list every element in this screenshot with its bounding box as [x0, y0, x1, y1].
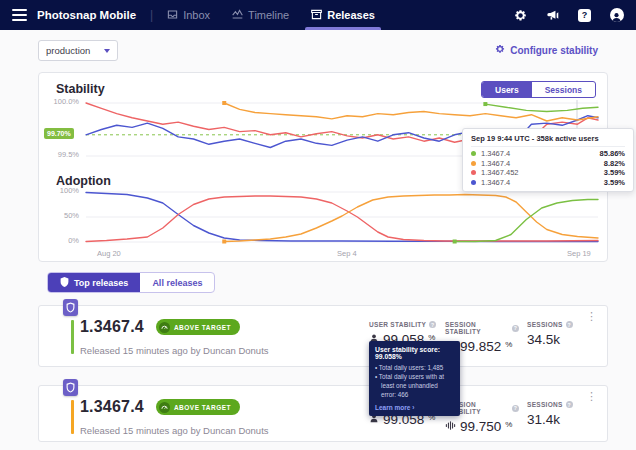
- help-icon[interactable]: ?: [429, 321, 436, 328]
- release-shield-badge-icon: [63, 299, 78, 316]
- nav-item-releases[interactable]: Releases: [311, 0, 375, 30]
- release-accent-bar: [71, 400, 74, 434]
- adoption-ytick-100: 100%: [41, 186, 79, 195]
- release-version[interactable]: 1.3467.4: [80, 398, 144, 416]
- chart-hover-tooltip: Sep 19 9:44 UTC - 358k active users 1.34…: [462, 128, 634, 192]
- stability-metric-toggle: Users Sessions: [481, 81, 596, 98]
- series-name: 1.3467.4: [481, 149, 510, 158]
- toggle-sessions-button[interactable]: Sessions: [532, 82, 595, 97]
- tab-top-releases[interactable]: Top releases: [48, 273, 140, 292]
- series-name: 1.3467.4: [481, 159, 510, 168]
- chart-tooltip-title: Sep 19 9:44 UTC - 358k active users: [471, 134, 625, 147]
- adoption-xtick-sep19: Sep 19: [567, 249, 591, 258]
- above-target-pill[interactable]: ABOVE TARGET: [156, 399, 240, 415]
- stability-ytick-995: 99.5%: [41, 150, 79, 159]
- inbox-icon: [167, 9, 178, 22]
- stat-label: Session stability: [445, 321, 509, 335]
- gauge-icon: [159, 402, 170, 413]
- environment-select[interactable]: production: [38, 40, 118, 61]
- card-overflow-menu-icon[interactable]: ⋮: [586, 311, 597, 322]
- help-icon[interactable]: ?: [512, 405, 519, 412]
- timeline-icon: [232, 9, 243, 22]
- tooltip-bullet: Total daily users: 1,485: [375, 363, 454, 372]
- nav-item-label: Timeline: [248, 9, 289, 21]
- series-name: 1.3467.452: [481, 168, 519, 177]
- series-dot-red: [471, 170, 476, 175]
- topbar-actions: ?: [513, 8, 624, 23]
- configure-stability-link[interactable]: Configure stability: [495, 44, 598, 56]
- stat-sessions: Sessions? 34.5k: [527, 321, 573, 354]
- tooltip-bullet: Total daily users with at least one unha…: [375, 372, 454, 399]
- release-shield-badge-icon: [63, 379, 78, 396]
- configure-stability-label: Configure stability: [510, 45, 598, 56]
- settings-gear-icon[interactable]: [513, 8, 528, 23]
- adoption-ytick-50: 50%: [41, 211, 79, 220]
- stability-ytick-100: 100.0%: [41, 97, 79, 106]
- adoption-ytick-0: 0%: [41, 236, 79, 245]
- help-icon[interactable]: ?: [577, 8, 592, 23]
- release-accent-bar: [71, 320, 74, 354]
- gear-icon: [495, 44, 505, 56]
- stat-unit: %: [505, 420, 512, 429]
- app-title: Photosnap Mobile: [37, 9, 136, 21]
- above-target-label: ABOVE TARGET: [174, 404, 231, 411]
- adoption-xtick-aug20: Aug 20: [97, 249, 121, 258]
- nav-item-inbox[interactable]: Inbox: [167, 0, 210, 30]
- learn-more-link[interactable]: Learn more ›: [375, 404, 454, 411]
- tab-label: Top releases: [74, 278, 128, 288]
- tab-label: All releases: [152, 278, 202, 288]
- above-target-label: ABOVE TARGET: [174, 324, 231, 331]
- waveform-icon: [445, 419, 456, 434]
- release-meta: Released 15 minutes ago by Duncan Donuts: [80, 425, 269, 436]
- topnav-divider: |: [150, 8, 153, 22]
- series-value: 3.59%: [604, 178, 625, 187]
- stability-chart-title: Stability: [56, 82, 105, 96]
- stat-label: Sessions: [527, 321, 563, 328]
- avatar-person-icon: [610, 8, 624, 22]
- series-dot-green: [471, 151, 476, 156]
- topbar: Photosnap Mobile | Inbox Timeline Releas…: [0, 0, 636, 30]
- nav-item-label: Inbox: [183, 9, 210, 21]
- stat-label: Sessions: [527, 401, 563, 408]
- card-overflow-menu-icon[interactable]: ⋮: [586, 391, 597, 402]
- release-card[interactable]: 1.3467.4 ABOVE TARGET Released 15 minute…: [38, 385, 608, 442]
- stability-target-badge: 99.70%: [44, 128, 74, 139]
- environment-value: production: [46, 45, 90, 56]
- series-value: 3.59%: [604, 168, 625, 177]
- series-value: 8.82%: [604, 159, 625, 168]
- hamburger-menu-icon[interactable]: [12, 9, 27, 21]
- stat-value-text: 34.5k: [527, 332, 560, 347]
- release-card[interactable]: 1.3467.4 ABOVE TARGET Released 15 minute…: [38, 305, 608, 367]
- nav-item-label: Releases: [327, 9, 375, 21]
- releases-tabs: Top releases All releases: [47, 272, 215, 293]
- help-icon[interactable]: ?: [566, 401, 573, 408]
- tab-all-releases[interactable]: All releases: [140, 273, 214, 292]
- stat-unit: %: [505, 340, 512, 349]
- stat-sessions: Sessions? 31.4k: [527, 401, 573, 434]
- release-version[interactable]: 1.3467.4: [80, 318, 144, 336]
- stat-value-text: 31.4k: [527, 412, 560, 427]
- adoption-line-chart[interactable]: [86, 189, 598, 247]
- stat-value-text: 99.750: [460, 419, 501, 434]
- tooltip-title: User stability score: 99.058%: [375, 346, 454, 360]
- user-avatar[interactable]: [609, 8, 624, 23]
- top-navigation: Inbox Timeline Releases: [167, 0, 375, 30]
- toggle-users-button[interactable]: Users: [482, 82, 532, 97]
- series-dot-blue: [471, 180, 476, 185]
- chart-tooltip-row: 1.3467.4 3.59%: [471, 178, 625, 188]
- series-dot-orange: [471, 161, 476, 166]
- nav-item-timeline[interactable]: Timeline: [232, 0, 289, 30]
- series-value: 85.86%: [600, 149, 625, 158]
- chart-tooltip-row: 1.3467.4 85.86%: [471, 149, 625, 159]
- release-meta: Released 15 minutes ago by Duncan Donuts: [80, 345, 269, 356]
- adoption-xtick-sep4: Sep 4: [337, 249, 357, 258]
- chevron-down-icon: [104, 49, 110, 53]
- help-icon[interactable]: ?: [512, 325, 519, 332]
- releases-icon: [311, 9, 322, 22]
- announcements-megaphone-icon[interactable]: [545, 8, 560, 23]
- above-target-pill[interactable]: ABOVE TARGET: [156, 319, 240, 335]
- help-icon[interactable]: ?: [566, 321, 573, 328]
- app-screen: Photosnap Mobile | Inbox Timeline Releas…: [0, 0, 636, 450]
- chart-tooltip-row: 1.3467.4 8.82%: [471, 159, 625, 169]
- stat-label: User stability: [369, 321, 426, 328]
